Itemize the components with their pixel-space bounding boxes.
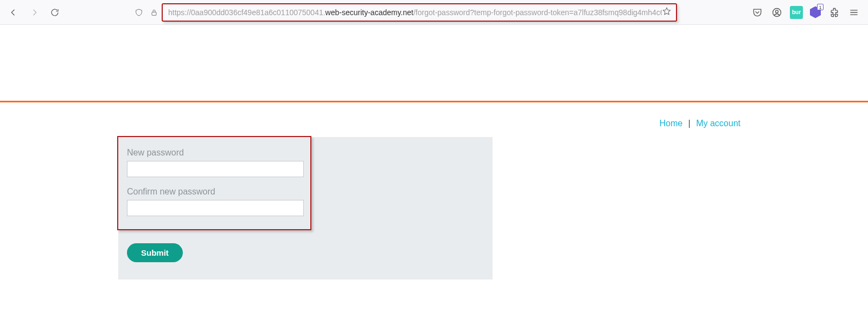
shield-icon[interactable] bbox=[133, 7, 144, 18]
reload-button[interactable] bbox=[46, 3, 64, 22]
lock-icon[interactable] bbox=[149, 7, 159, 18]
url-suffix: /forgot-password?temp-forgot-password-to… bbox=[413, 8, 662, 17]
purple-hex-extension-icon[interactable]: 1 bbox=[809, 6, 821, 19]
url-domain: web-security-academy.net bbox=[326, 8, 413, 17]
arrow-left-icon bbox=[9, 8, 18, 17]
url-prefix: https://0aa900dd036cf49e81a6c01100750041… bbox=[168, 8, 326, 17]
nav-my-account-link[interactable]: My account bbox=[696, 119, 741, 128]
confirm-password-label: Confirm new password bbox=[127, 187, 302, 197]
site-nav: Home | My account bbox=[127, 119, 741, 128]
back-button[interactable] bbox=[4, 3, 23, 22]
bookmark-star-icon[interactable] bbox=[662, 7, 672, 18]
confirm-password-input[interactable] bbox=[127, 200, 304, 216]
reload-icon bbox=[50, 8, 60, 17]
address-left-icons bbox=[133, 7, 159, 18]
app-menu-icon[interactable] bbox=[847, 6, 860, 19]
address-bar-text: https://0aa900dd036cf49e81a6c01100750041… bbox=[168, 8, 662, 17]
browser-toolbar: https://0aa900dd036cf49e81a6c01100750041… bbox=[0, 0, 868, 25]
toolbar-right: bur 1 bbox=[751, 6, 864, 19]
nav-separator: | bbox=[688, 119, 691, 128]
submit-button[interactable]: Submit bbox=[127, 243, 183, 262]
burp-extension-icon[interactable]: bur bbox=[790, 6, 803, 19]
svg-point-2 bbox=[776, 10, 778, 12]
new-password-label: New password bbox=[127, 148, 302, 158]
reset-password-form-highlight: New password Confirm new password bbox=[117, 136, 311, 230]
reset-password-panel: New password Confirm new password Submit bbox=[118, 137, 493, 280]
extension-badge: 1 bbox=[817, 4, 824, 10]
header-divider bbox=[0, 101, 868, 102]
burp-extension-label: bur bbox=[790, 6, 803, 19]
forward-button[interactable] bbox=[25, 3, 43, 22]
pocket-icon[interactable] bbox=[751, 6, 764, 19]
extensions-icon[interactable] bbox=[828, 6, 841, 19]
svg-rect-0 bbox=[152, 12, 156, 15]
account-icon[interactable] bbox=[770, 6, 783, 19]
nav-home-link[interactable]: Home bbox=[659, 119, 682, 128]
address-bar[interactable]: https://0aa900dd036cf49e81a6c01100750041… bbox=[162, 3, 677, 22]
arrow-right-icon bbox=[29, 8, 39, 17]
new-password-input[interactable] bbox=[127, 161, 304, 177]
